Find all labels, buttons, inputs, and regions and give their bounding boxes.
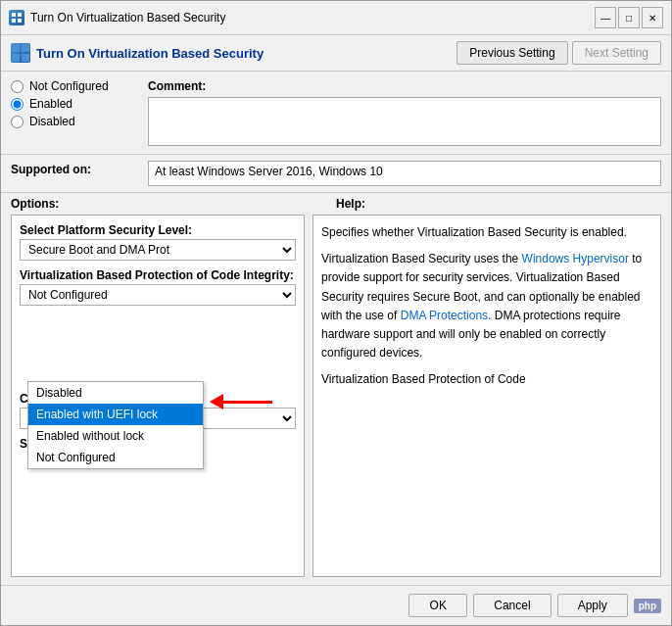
- options-panel: Select Platform Security Level: Secure B…: [11, 215, 305, 577]
- help-para-2: Virtualization Based Security uses the W…: [321, 250, 652, 362]
- apply-button[interactable]: Apply: [557, 594, 628, 617]
- vbs-select[interactable]: Not Configured: [20, 284, 296, 306]
- svg-rect-6: [12, 54, 20, 62]
- window-title: Turn On Virtualization Based Security: [30, 11, 225, 24]
- options-header: Options:: [11, 197, 336, 211]
- svg-rect-4: [12, 44, 20, 52]
- svg-rect-0: [12, 13, 16, 17]
- content-area: Not Configured Enabled Disabled Comment:…: [1, 72, 671, 585]
- help-text: Specifies whether Virtualization Based S…: [321, 223, 652, 390]
- php-badge: php: [634, 599, 661, 613]
- title-bar: Turn On Virtualization Based Security — …: [1, 1, 671, 35]
- top-section: Not Configured Enabled Disabled Comment:: [1, 72, 671, 155]
- arrow-head: [210, 394, 223, 409]
- minimize-button[interactable]: —: [595, 7, 616, 28]
- dma-link[interactable]: DMA Protections: [401, 309, 488, 322]
- ok-button[interactable]: OK: [408, 594, 467, 617]
- options-help-section: Options: Help: Select Platform Security …: [1, 193, 671, 585]
- platform-select[interactable]: Secure Boot and DMA Prot: [20, 239, 296, 261]
- svg-rect-2: [12, 19, 16, 23]
- prev-setting-button[interactable]: Previous Setting: [456, 41, 567, 65]
- supported-label: Supported on:: [11, 161, 138, 176]
- platform-security-option: Select Platform Security Level: Secure B…: [20, 223, 296, 261]
- enabled-radio[interactable]: Enabled: [11, 97, 138, 111]
- options-help-body: Select Platform Security Level: Secure B…: [1, 215, 671, 585]
- not-configured-input[interactable]: [11, 80, 24, 93]
- dropdown-item-uefi[interactable]: Enabled with UEFI lock: [28, 404, 203, 425]
- options-help-header: Options: Help:: [1, 193, 671, 215]
- disabled-input[interactable]: [11, 116, 24, 128]
- dropdown-item-no-lock[interactable]: Enabled without lock: [28, 425, 203, 447]
- vbs-option: Virtualization Based Protection of Code …: [20, 268, 296, 306]
- supported-value: At least Windows Server 2016, Windows 10: [148, 161, 661, 186]
- arrow-line: [223, 401, 272, 404]
- vbs-label: Virtualization Based Protection of Code …: [20, 268, 296, 282]
- help-panel: Specifies whether Virtualization Based S…: [312, 215, 661, 577]
- disabled-radio[interactable]: Disabled: [11, 115, 138, 128]
- enabled-input[interactable]: [11, 98, 24, 111]
- supported-on-row: Supported on: At least Windows Server 20…: [1, 155, 671, 193]
- title-bar-left: Turn On Virtualization Based Security: [9, 10, 225, 25]
- svg-rect-5: [22, 44, 29, 52]
- close-button[interactable]: ✕: [642, 7, 663, 28]
- navigation-buttons: Previous Setting Next Setting: [456, 41, 661, 65]
- main-window: Turn On Virtualization Based Security — …: [0, 0, 672, 626]
- maximize-button[interactable]: □: [618, 7, 640, 28]
- platform-label: Select Platform Security Level:: [20, 223, 296, 237]
- radio-group: Not Configured Enabled Disabled: [11, 79, 138, 146]
- footer: OK Cancel Apply php: [1, 585, 671, 625]
- svg-rect-7: [22, 54, 29, 62]
- help-para-1: Specifies whether Virtualization Based S…: [321, 223, 652, 242]
- vbs-dropdown-popup: Disabled Enabled with UEFI lock Enabled …: [27, 381, 204, 469]
- comment-section: Comment:: [148, 79, 661, 146]
- comment-label: Comment:: [148, 79, 661, 93]
- header-title-text: Turn On Virtualization Based Security: [36, 46, 264, 61]
- next-setting-button[interactable]: Next Setting: [572, 41, 661, 65]
- cancel-button[interactable]: Cancel: [473, 594, 551, 617]
- comment-textarea[interactable]: [148, 97, 661, 146]
- svg-rect-1: [18, 13, 22, 17]
- dropdown-item-not-configured[interactable]: Not Configured: [28, 447, 203, 468]
- header-title-area: Turn On Virtualization Based Security: [11, 43, 264, 63]
- help-header: Help:: [336, 197, 661, 211]
- help-para-3: Virtualization Based Protection of Code: [321, 370, 652, 389]
- window-icon: [9, 10, 24, 25]
- header-icon: [11, 43, 30, 63]
- hypervisor-link[interactable]: Windows Hypervisor: [522, 252, 629, 265]
- not-configured-radio[interactable]: Not Configured: [11, 79, 138, 93]
- dropdown-item-disabled[interactable]: Disabled: [28, 382, 203, 404]
- arrow-indicator: [211, 394, 272, 409]
- header-bar: Turn On Virtualization Based Security Pr…: [1, 35, 671, 72]
- title-controls: — □ ✕: [595, 7, 663, 28]
- svg-rect-3: [18, 19, 22, 23]
